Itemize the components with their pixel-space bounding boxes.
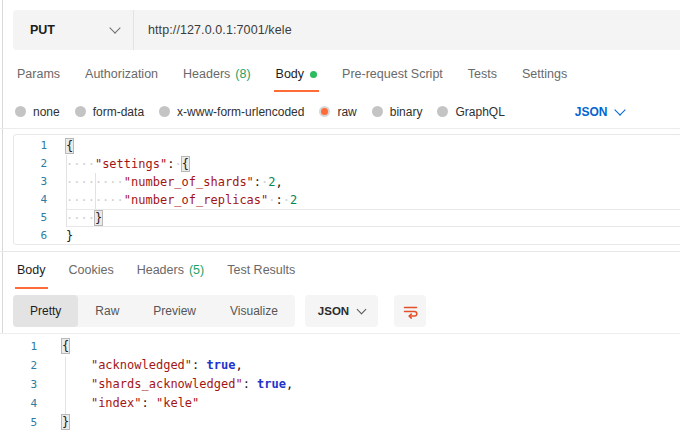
tab-authorization[interactable]: Authorization — [83, 57, 160, 92]
line-number: 5 — [14, 209, 47, 227]
radio-none[interactable]: none — [15, 105, 60, 119]
tab-pre-request-script[interactable]: Pre-request Script — [340, 57, 445, 92]
radio-icon — [372, 106, 383, 117]
method-selector[interactable]: PUT — [13, 23, 133, 37]
body-dot-icon — [310, 71, 317, 78]
radio-raw[interactable]: raw — [319, 105, 356, 119]
radio-form-data[interactable]: form-data — [75, 105, 144, 119]
radio-x-www-form-urlencoded[interactable]: x-www-form-urlencoded — [159, 105, 304, 119]
indent-guide — [95, 173, 96, 209]
code-line: 1{ — [0, 337, 680, 356]
response-body-viewer[interactable]: 1{2 "acknowledged": true,3 "shards_ackno… — [0, 333, 680, 436]
line-number: 3 — [14, 173, 47, 191]
response-headers-count-badge: (5) — [189, 263, 204, 277]
tab-headers[interactable]: Headers(8) — [181, 57, 253, 92]
request-url-bar: PUT http://127.0.0.1:7001/kele — [13, 10, 680, 50]
code-line: 2 "acknowledged": true, — [0, 356, 680, 375]
line-number: 5 — [0, 413, 37, 432]
view-pretty-button[interactable]: Pretty — [13, 295, 78, 327]
wrap-text-icon — [402, 303, 419, 320]
code-line: 5} — [0, 413, 680, 432]
radio-icon — [15, 106, 26, 117]
line-number: 1 — [0, 337, 37, 356]
tab-settings[interactable]: Settings — [520, 57, 569, 92]
response-tab-cookies[interactable]: Cookies — [67, 252, 116, 289]
radio-binary[interactable]: binary — [372, 105, 423, 119]
line-number: 1 — [14, 137, 47, 155]
indent-guide — [66, 155, 67, 227]
response-toolbar: Pretty Raw Preview Visualize JSON — [13, 295, 426, 327]
code-line: 5····} — [14, 209, 680, 227]
code-line: 3 "shards_acknowledged": true, — [0, 375, 680, 394]
response-language-select[interactable]: JSON — [305, 295, 378, 327]
view-raw-button[interactable]: Raw — [78, 295, 136, 327]
url-input[interactable]: http://127.0.0.1:7001/kele — [134, 23, 292, 37]
body-type-row: none form-data x-www-form-urlencoded raw… — [15, 95, 624, 128]
view-preview-button[interactable]: Preview — [136, 295, 213, 327]
chevron-down-icon — [357, 304, 367, 314]
request-body-editor[interactable]: 1{2····"settings":·{3········"number_of_… — [13, 134, 680, 245]
code-line: 6} — [14, 227, 680, 245]
code-line: 4········"number_of_replicas"·:·2 — [14, 191, 680, 209]
radio-graphql[interactable]: GraphQL — [437, 105, 504, 119]
response-view-switcher: Pretty Raw Preview Visualize — [13, 295, 295, 327]
radio-icon — [437, 106, 448, 117]
line-number: 4 — [14, 191, 47, 209]
chevron-down-icon — [109, 22, 120, 33]
tab-body[interactable]: Body — [274, 57, 320, 92]
code-line: 4 "index": "kele" — [0, 394, 680, 413]
radio-icon — [159, 106, 170, 117]
line-number: 4 — [0, 394, 37, 413]
code-line: 2····"settings":·{ — [14, 155, 680, 173]
response-tab-test-results[interactable]: Test Results — [225, 252, 297, 289]
tab-params[interactable]: Params — [15, 57, 62, 92]
chevron-down-icon — [614, 104, 625, 115]
view-visualize-button[interactable]: Visualize — [213, 295, 295, 327]
indent-guide — [65, 357, 66, 414]
response-tab-headers[interactable]: Headers(5) — [135, 252, 207, 289]
radio-icon — [75, 106, 86, 117]
line-number: 2 — [14, 155, 47, 173]
response-tab-body[interactable]: Body — [15, 252, 48, 289]
headers-count-badge: (8) — [235, 67, 250, 81]
section-divider — [0, 128, 680, 129]
method-label: PUT — [30, 23, 55, 37]
code-line: 1{ — [14, 137, 680, 155]
line-number: 2 — [0, 356, 37, 375]
radio-selected-icon — [319, 106, 330, 117]
raw-language-select[interactable]: JSON — [575, 105, 624, 119]
postman-request-view: { "colors": { "accent_orange": "#ff6c37"… — [0, 0, 680, 436]
wrap-lines-button[interactable] — [394, 295, 426, 327]
request-tabs: Params Authorization Headers(8) Body Pre… — [15, 57, 569, 92]
line-number: 3 — [0, 375, 37, 394]
code-line: 3········"number_of_shards":·2, — [14, 173, 680, 191]
response-tabs: Body Cookies Headers(5) Test Results — [15, 252, 297, 289]
tab-tests[interactable]: Tests — [466, 57, 499, 92]
line-number: 6 — [14, 227, 47, 245]
